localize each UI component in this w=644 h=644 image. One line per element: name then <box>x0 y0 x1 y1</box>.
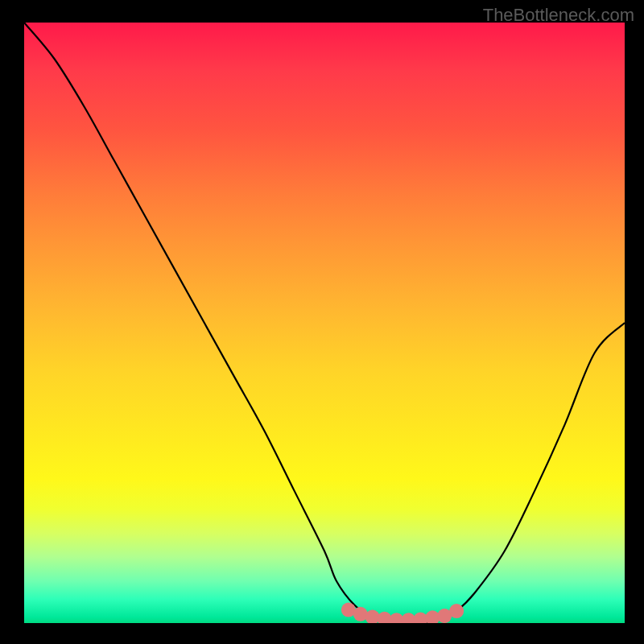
curve-layer <box>24 23 625 623</box>
marker-dots <box>341 603 464 623</box>
watermark-text: TheBottleneck.com <box>483 5 634 26</box>
marker-dot <box>449 604 464 618</box>
curve-path <box>24 23 625 623</box>
marker-dot <box>365 610 380 623</box>
plot-area <box>24 23 625 623</box>
